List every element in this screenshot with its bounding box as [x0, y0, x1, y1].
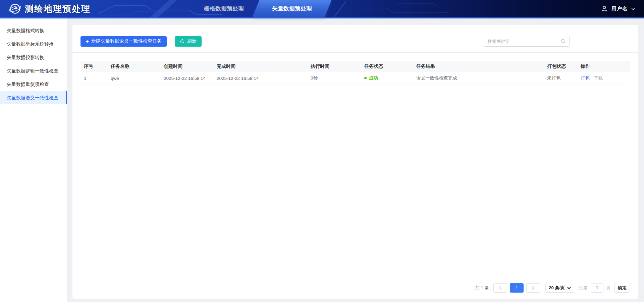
next-page-button[interactable] — [526, 283, 540, 293]
new-task-button-label: 新建矢量数据语义一致性检查任务 — [91, 38, 162, 44]
top-nav-tabs: 栅格数据预处理 矢量数据预处理 — [201, 0, 328, 17]
page-size-select[interactable]: 20 条/页 — [545, 283, 574, 293]
col-header-index: 序号 — [80, 61, 107, 72]
green-dot-icon — [364, 77, 367, 79]
table-header-row: 序号 任务名称 创建时间 完成时间 执行时间 任务状态 任务结果 打包状态 操作 — [80, 61, 630, 72]
col-header-pack-status: 打包状态 — [544, 61, 577, 72]
refresh-button[interactable]: 刷新 — [175, 36, 202, 47]
sidebar-item-projection-convert[interactable]: 矢量数据投影转换 — [0, 51, 67, 64]
table-row: 1 qwe 2025-12-22 16:58:14 2025-12-22 16:… — [80, 72, 630, 85]
content-card: + 新建矢量数据语义一致性检查任务 刷新 — [72, 25, 638, 299]
pack-action-link[interactable]: 打包 — [581, 76, 590, 81]
tab-raster-preprocess[interactable]: 栅格数据预处理 — [201, 0, 247, 17]
new-task-button[interactable]: + 新建矢量数据语义一致性检查任务 — [80, 36, 167, 47]
sidebar-item-semantic-consistency-check[interactable]: 矢量数据语义一致性检查 — [0, 91, 67, 104]
goto-page-input[interactable] — [591, 283, 603, 293]
col-header-result: 任务结果 — [413, 61, 544, 72]
plus-icon: + — [86, 39, 89, 44]
search-input[interactable] — [484, 36, 557, 46]
username-label: 用户名 — [611, 6, 628, 12]
prev-page-button[interactable] — [493, 283, 507, 293]
tab-label: 栅格数据预处理 — [204, 5, 244, 12]
col-header-duration: 执行时间 — [307, 61, 361, 72]
tab-label: 矢量数据预处理 — [272, 5, 312, 12]
magnifier-icon — [560, 39, 566, 44]
sidebar-item-format-convert[interactable]: 矢量数据格式转换 — [0, 24, 67, 37]
app-title: 测绘地理预处理 — [25, 3, 91, 15]
cell-finished-time: 2025-12-22 16:58:14 — [213, 72, 307, 85]
globe-orbit-icon — [9, 2, 21, 15]
search-button[interactable] — [557, 36, 569, 46]
app-header: 测绘地理预处理 栅格数据预处理 矢量数据预处理 用户名 — [0, 0, 644, 18]
person-icon — [601, 5, 608, 12]
col-header-actions: 操作 — [577, 61, 630, 72]
cell-created-time: 2025-12-22 16:58:14 — [160, 72, 213, 85]
refresh-arrows-icon — [180, 39, 185, 44]
download-action-link[interactable]: 下载 — [594, 76, 603, 81]
total-count-label: 共 1 条 — [475, 285, 489, 291]
main-content: + 新建矢量数据语义一致性检查任务 刷新 — [67, 18, 644, 302]
tab-vector-preprocess[interactable]: 矢量数据预处理 — [256, 0, 328, 17]
sidebar-item-duplicate-check[interactable]: 矢量数据重复项检查 — [0, 78, 67, 91]
pagination: 共 1 条 1 20 条/页 到第 页 确定 — [72, 283, 638, 299]
goto-confirm-button[interactable]: 确定 — [614, 283, 630, 293]
cell-pack-status: 未打包 — [544, 72, 577, 85]
col-header-task-name: 任务名称 — [107, 61, 160, 72]
sidebar: 矢量数据格式转换 矢量数据坐标系统转换 矢量数据投影转换 矢量数据逻辑一致性检查… — [0, 18, 67, 302]
cell-status: 成功 — [361, 72, 413, 85]
page-1-button[interactable]: 1 — [510, 283, 524, 293]
app-logo: 测绘地理预处理 — [9, 0, 91, 17]
task-table: 序号 任务名称 创建时间 完成时间 执行时间 任务状态 任务结果 打包状态 操作… — [80, 61, 630, 85]
goto-prefix-label: 到第 — [579, 285, 588, 291]
caret-down-icon — [567, 287, 571, 289]
cell-actions: 打包下载 — [577, 72, 630, 85]
search-box — [484, 36, 570, 47]
chevron-down-icon — [631, 7, 635, 10]
sidebar-item-logic-consistency-check[interactable]: 矢量数据逻辑一致性检查 — [0, 64, 67, 78]
chevron-left-icon — [499, 286, 502, 290]
toolbar: + 新建矢量数据语义一致性检查任务 刷新 — [72, 25, 638, 53]
col-header-finished-time: 完成时间 — [213, 61, 307, 72]
task-table-section: 序号 任务名称 创建时间 完成时间 执行时间 任务状态 任务结果 打包状态 操作… — [72, 53, 638, 85]
goto-suffix-label: 页 — [606, 285, 611, 291]
chevron-right-icon — [532, 286, 535, 290]
cell-index: 1 — [80, 72, 107, 85]
status-text: 成功 — [369, 76, 378, 81]
col-header-status: 任务状态 — [361, 61, 413, 72]
user-menu[interactable]: 用户名 — [601, 0, 635, 17]
cell-result: 语义一致性检查完成 — [413, 72, 544, 85]
page-size-value: 20 条/页 — [549, 285, 565, 291]
cell-duration: 0秒 — [307, 72, 361, 85]
sidebar-item-coordinate-convert[interactable]: 矢量数据坐标系统转换 — [0, 37, 67, 51]
cell-task-name: qwe — [107, 72, 160, 85]
col-header-created-time: 创建时间 — [160, 61, 213, 72]
refresh-button-label: 刷新 — [187, 38, 197, 44]
